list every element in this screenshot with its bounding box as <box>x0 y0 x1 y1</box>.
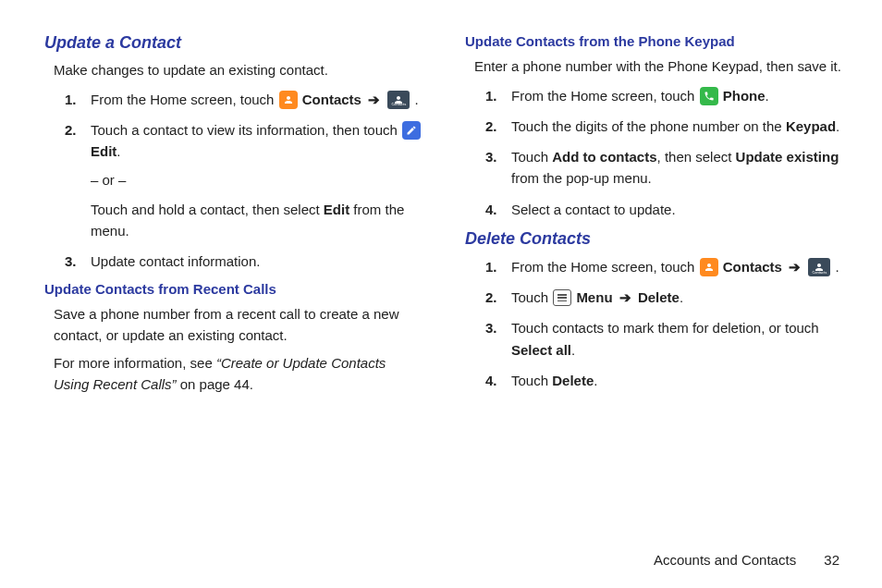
step: 1. From the Home screen, touch Contacts … <box>485 256 845 277</box>
step-number: 1. <box>65 89 77 110</box>
step-pre: Touch the digits of the phone number on … <box>511 118 786 134</box>
step-number: 4. <box>485 199 497 220</box>
alt-bold: Edit <box>324 202 349 217</box>
right-column: Update Contacts from the Phone Keypad En… <box>465 28 845 402</box>
step-number: 2. <box>485 287 497 308</box>
step: 2. Touch the digits of the phone number … <box>485 116 845 137</box>
contacts-label: Contacts <box>302 92 361 107</box>
step-number: 3. <box>485 146 497 167</box>
step-pre: Touch contacts to mark them for deletion… <box>511 320 819 336</box>
step-text: Update contact information. <box>91 253 260 269</box>
step-post: from the pop-up menu. <box>511 170 652 186</box>
edit-icon <box>402 121 421 140</box>
keypad-label: Keypad <box>786 118 836 134</box>
contacts-tab-icon <box>387 91 410 109</box>
contacts-icon <box>700 258 718 276</box>
recent-p2: For more information, see “Create or Upd… <box>54 353 424 395</box>
update-existing-label: Update existing <box>736 149 839 165</box>
page-content: Update a Contact Make changes to update … <box>0 0 882 402</box>
step-number: 3. <box>65 251 77 272</box>
step: 4. Touch Delete. <box>485 370 845 391</box>
heading-keypad: Update Contacts from the Phone Keypad <box>465 33 845 49</box>
step: 4. Select a contact to update. <box>485 199 845 220</box>
phone-icon <box>700 87 718 105</box>
page-number: 32 <box>824 552 839 568</box>
select-all-label: Select all <box>511 342 571 358</box>
arrow-icon: ➔ <box>368 92 380 107</box>
step-text-post: . <box>116 143 120 159</box>
update-steps: 1. From the Home screen, touch Contacts … <box>65 89 424 273</box>
step-text-pre: From the Home screen, touch <box>91 92 278 107</box>
arrow-icon: ➔ <box>789 259 801 275</box>
step-number: 4. <box>485 370 497 391</box>
step-number: 1. <box>485 85 497 106</box>
step-pre: From the Home screen, touch <box>511 259 699 275</box>
menu-label: Menu <box>576 289 612 305</box>
heading-update-contact: Update a Contact <box>44 33 424 53</box>
step-text-post: . <box>414 92 418 107</box>
step-mid: , then select <box>657 149 736 165</box>
contacts-tab-icon <box>808 258 830 276</box>
step-post: . <box>836 118 839 134</box>
page-footer: Accounts and Contacts 32 <box>654 552 839 568</box>
alt-pre: Touch and hold a contact, then select <box>91 202 324 217</box>
edit-label: Edit <box>91 143 116 159</box>
step-post: . <box>766 88 769 104</box>
step: 3. Touch Add to contacts, then select Up… <box>485 146 845 190</box>
contacts-icon <box>279 91 298 109</box>
step: 2. Touch a contact to view its informati… <box>65 119 424 241</box>
step-number: 3. <box>485 317 497 338</box>
step-pre: From the Home screen, touch <box>511 88 699 104</box>
recent-p1: Save a phone number from a recent call t… <box>54 304 424 346</box>
contacts-label: Contacts <box>723 259 782 275</box>
footer-section: Accounts and Contacts <box>654 552 796 568</box>
step-pre: Touch <box>511 373 552 388</box>
delete-steps: 1. From the Home screen, touch Contacts … <box>485 256 845 391</box>
keypad-intro: Enter a phone number with the Phone Keyp… <box>474 56 845 78</box>
add-contacts-label: Add to contacts <box>552 149 656 165</box>
ref-pre: For more information, see <box>54 355 216 371</box>
step: 1. From the Home screen, touch Contacts … <box>65 89 424 110</box>
step-number: 2. <box>485 116 497 137</box>
step-number: 2. <box>65 119 77 141</box>
step-text: Select a contact to update. <box>511 202 676 217</box>
left-column: Update a Contact Make changes to update … <box>44 28 424 402</box>
alt-instruction: Touch and hold a contact, then select Ed… <box>91 199 424 242</box>
intro-update: Make changes to update an existing conta… <box>54 60 424 81</box>
step-post: . <box>680 289 683 305</box>
step-text-pre: Touch a contact to view its information,… <box>91 122 401 138</box>
step-pre: Touch <box>511 289 552 305</box>
heading-recent-calls: Update Contacts from Recent Calls <box>44 281 424 297</box>
phone-label: Phone <box>723 88 766 104</box>
step: 2. Touch Menu ➔ Delete. <box>485 287 845 308</box>
delete-label: Delete <box>638 289 680 305</box>
step-post: . <box>835 259 839 275</box>
step-post: . <box>571 342 575 358</box>
step: 3. Update contact information. <box>65 251 424 272</box>
step-pre: Touch <box>511 149 552 165</box>
delete-label: Delete <box>552 373 594 388</box>
or-separator: – or – <box>91 169 424 190</box>
heading-delete: Delete Contacts <box>465 229 845 249</box>
step-post: . <box>594 373 597 388</box>
keypad-steps: 1. From the Home screen, touch Phone. 2.… <box>485 85 845 220</box>
menu-icon <box>553 289 571 306</box>
arrow-icon: ➔ <box>619 289 631 305</box>
step-number: 1. <box>485 256 497 277</box>
ref-post: on page 44. <box>177 376 253 392</box>
step: 3. Touch contacts to mark them for delet… <box>485 317 845 361</box>
step: 1. From the Home screen, touch Phone. <box>485 85 845 106</box>
